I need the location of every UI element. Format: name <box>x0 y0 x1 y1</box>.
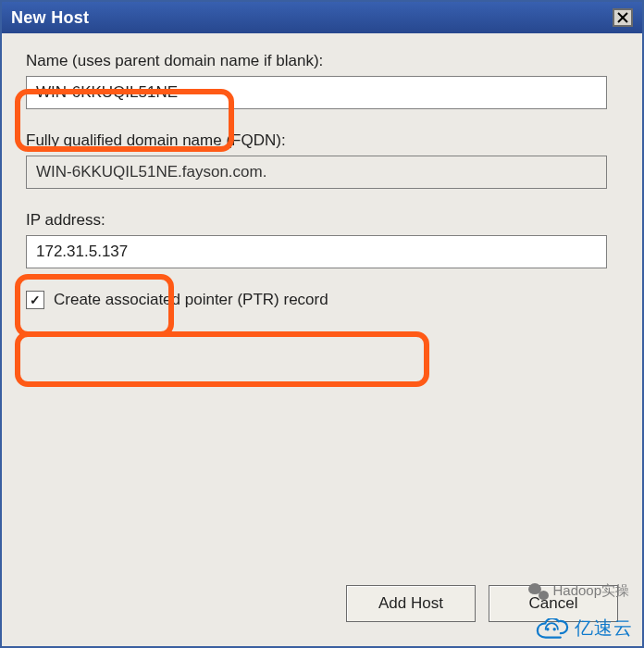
ptr-checkbox-row[interactable]: ✓ Create associated pointer (PTR) record <box>26 291 618 309</box>
window-title: New Host <box>11 8 89 28</box>
titlebar: New Host <box>2 2 642 33</box>
new-host-dialog: New Host Name (uses parent domain name i… <box>0 0 644 648</box>
fqdn-input <box>26 156 607 189</box>
svg-point-3 <box>553 628 556 630</box>
ptr-checkbox[interactable]: ✓ <box>26 291 44 309</box>
name-label: Name (uses parent domain name if blank): <box>26 52 618 70</box>
add-host-button[interactable]: Add Host <box>346 585 476 622</box>
button-row: Add Host Cancel <box>346 585 618 622</box>
ip-input[interactable] <box>26 235 607 268</box>
fqdn-label: Fully qualified domain name (FQDN): <box>26 131 618 150</box>
ptr-checkbox-label: Create associated pointer (PTR) record <box>54 291 328 309</box>
highlight-ptr <box>15 331 429 387</box>
ip-label: IP address: <box>26 211 618 230</box>
cancel-button[interactable]: Cancel <box>489 585 618 622</box>
checkmark-icon: ✓ <box>30 293 41 307</box>
svg-point-2 <box>546 628 549 630</box>
dialog-content: Name (uses parent domain name if blank):… <box>2 33 642 318</box>
name-input[interactable] <box>26 76 607 109</box>
close-icon <box>617 12 628 23</box>
close-button[interactable] <box>613 8 633 27</box>
